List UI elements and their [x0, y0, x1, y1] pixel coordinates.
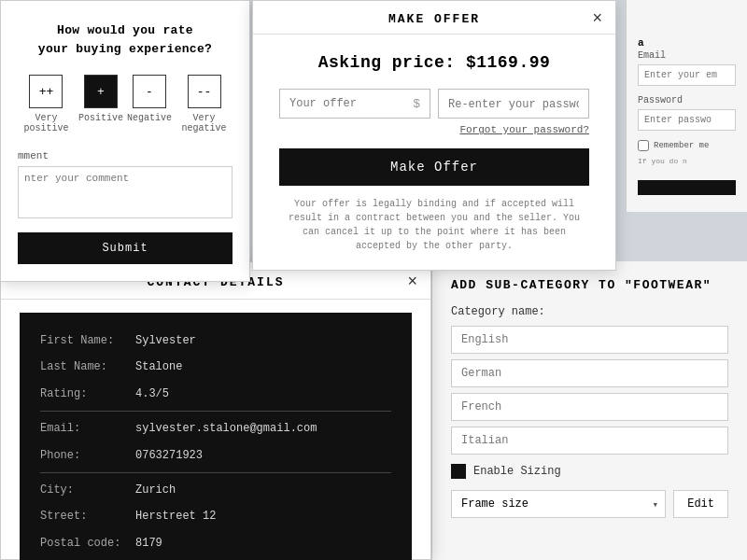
first-name-val: Sylvester	[135, 331, 196, 350]
remember-me-checkbox[interactable]	[638, 140, 649, 151]
make-offer-body: Asking price: $1169.99 $ Forgot your pas…	[253, 35, 615, 270]
make-offer-title: MAKE OFFER	[388, 12, 480, 26]
last-name-val: Stalone	[135, 357, 182, 376]
postal-val: 8179	[135, 534, 162, 553]
bottom-row: CONTACT DETAILS × First Name: Sylvester …	[0, 261, 747, 560]
italian-input[interactable]	[451, 427, 728, 455]
edit-button[interactable]: Edit	[673, 490, 728, 518]
frame-size-row: Frame size ▾ Edit	[451, 490, 728, 518]
make-offer-close-button[interactable]: ×	[592, 9, 602, 26]
contact-row-street: Street: Herstreet 12	[40, 503, 391, 529]
german-input[interactable]	[451, 359, 728, 387]
last-name-key: Last Name:	[40, 357, 124, 376]
contact-details-modal: CONTACT DETAILS × First Name: Sylvester …	[0, 261, 431, 560]
rate-modal-title: How would you rate your buying experienc…	[18, 21, 233, 58]
rating-options-group: ++ Very positive + Positive - Negative -…	[18, 75, 233, 133]
very-positive-btn[interactable]: ++	[29, 75, 63, 108]
password-wrap	[438, 89, 589, 119]
subcategory-title: ADD SUB-CATEGORY TO "FOOTWEAR"	[451, 278, 728, 292]
if-you-note: If you do n	[638, 157, 736, 166]
rating-key: Rating:	[40, 385, 124, 403]
email-key: Email:	[40, 419, 124, 438]
login-panel-partial: a Email Password Remember me If you do n	[626, 0, 747, 212]
login-partial-header: a	[638, 37, 645, 49]
rating-option-very-negative[interactable]: -- Very negative	[176, 75, 233, 133]
asking-price: Asking price: $1169.99	[279, 53, 589, 72]
postal-key: Postal code:	[40, 534, 124, 553]
comment-input[interactable]	[18, 166, 233, 218]
offer-inputs-row: $	[279, 89, 589, 119]
contact-row-email: Email: sylvester.stalone@gmail.com	[40, 411, 391, 441]
contact-row-postal: Postal code: 8179	[40, 530, 391, 556]
frame-size-select[interactable]: Frame size	[451, 490, 666, 518]
street-val: Herstreet 12	[135, 507, 216, 525]
contact-row-city: City: Zurich	[40, 472, 391, 503]
contact-card: First Name: Sylvester Last Name: Stalone…	[20, 313, 412, 560]
first-name-key: First Name:	[40, 331, 124, 350]
city-key: City:	[40, 481, 124, 499]
rate-experience-modal: How would you rate your buying experienc…	[0, 0, 250, 282]
enable-sizing-checkbox-indicator	[451, 464, 466, 479]
rating-option-negative[interactable]: - Negative	[127, 75, 172, 133]
email-input[interactable]	[638, 64, 736, 86]
make-offer-button[interactable]: Make Offer	[279, 148, 589, 186]
enable-sizing-label: Enable Sizing	[473, 465, 561, 478]
rating-option-very-positive[interactable]: ++ Very positive	[18, 75, 75, 133]
make-offer-modal: MAKE OFFER × Asking price: $1169.99 $ Fo…	[252, 0, 616, 271]
submit-button[interactable]: Submit	[18, 232, 233, 264]
phone-key: Phone:	[40, 446, 124, 465]
rating-option-positive[interactable]: + Positive	[78, 75, 123, 133]
contact-row-firstname: First Name: Sylvester	[40, 328, 391, 354]
password-input[interactable]	[448, 98, 579, 111]
login-password-input[interactable]	[638, 109, 736, 131]
very-positive-label: Very positive	[18, 113, 75, 133]
your-offer-wrap: $	[279, 89, 430, 119]
email-val: sylvester.stalone@gmail.com	[135, 419, 317, 438]
forgot-password-link[interactable]: Forgot your password?	[279, 124, 589, 135]
rating-val: 4.3/5	[135, 385, 169, 403]
english-input[interactable]	[451, 326, 728, 354]
frame-size-select-wrap: Frame size ▾	[451, 490, 666, 518]
remember-me-row: Remember me	[638, 140, 736, 151]
city-val: Zurich	[135, 481, 176, 499]
french-input[interactable]	[451, 393, 728, 421]
street-key: Street:	[40, 507, 124, 525]
contact-row-rating: Rating: 4.3/5	[40, 381, 391, 407]
add-subcategory-modal: ADD SUB-CATEGORY TO "FOOTWEAR" Category …	[431, 261, 747, 560]
negative-label: Negative	[127, 113, 172, 123]
contact-row-lastname: Last Name: Stalone	[40, 354, 391, 380]
password-label: Password	[638, 95, 736, 105]
contact-close-button[interactable]: ×	[407, 273, 417, 289]
negative-btn[interactable]: -	[133, 75, 166, 108]
phone-val: 0763271923	[135, 446, 203, 465]
enable-sizing-row: Enable Sizing	[451, 464, 728, 479]
make-offer-header: MAKE OFFER ×	[253, 1, 615, 35]
offer-legal-text: Your offer is legally binding and if acc…	[279, 197, 589, 253]
comment-label: mment	[18, 150, 233, 161]
positive-btn[interactable]: +	[84, 75, 118, 108]
dollar-sign: $	[413, 97, 420, 111]
email-label: Email	[638, 50, 736, 61]
positive-label: Positive	[78, 113, 123, 123]
your-offer-input[interactable]	[289, 97, 409, 110]
remember-me-label: Remember me	[654, 141, 709, 150]
contact-body: First Name: Sylvester Last Name: Stalone…	[1, 300, 430, 560]
very-negative-btn[interactable]: --	[188, 75, 221, 108]
very-negative-label: Very negative	[176, 113, 233, 133]
contact-row-phone: Phone: 0763271923	[40, 442, 391, 469]
login-button[interactable]	[638, 180, 736, 195]
category-name-label: Category name:	[451, 305, 728, 318]
comment-section: mment	[18, 150, 233, 223]
